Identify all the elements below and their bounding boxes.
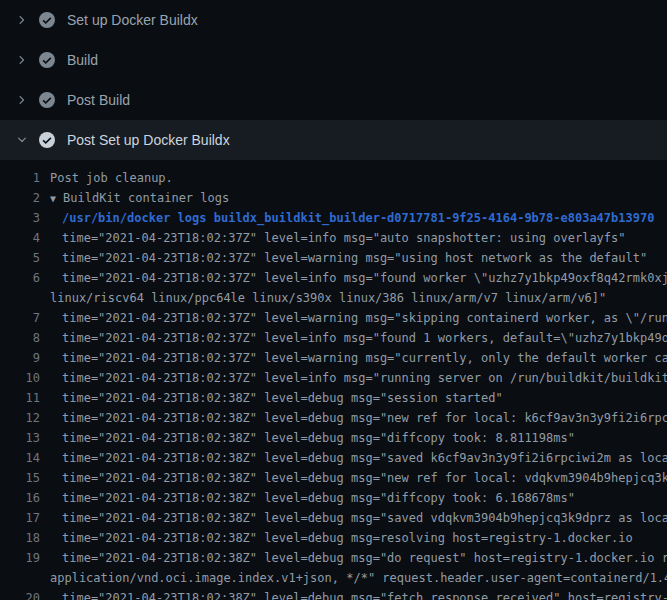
log-line-text: time="2021-04-23T18:02:37Z" level=info m… xyxy=(62,328,667,348)
log-line-text: time="2021-04-23T18:02:38Z" level=debug … xyxy=(62,588,667,600)
log-line: 15time="2021-04-23T18:02:38Z" level=debu… xyxy=(0,468,667,488)
log-line-text: time="2021-04-23T18:02:37Z" level=info m… xyxy=(62,368,667,388)
log-line-number[interactable]: 8 xyxy=(0,328,40,348)
log-line-text: time="2021-04-23T18:02:37Z" level=warnin… xyxy=(62,248,647,268)
log-line-text: time="2021-04-23T18:02:38Z" level=debug … xyxy=(62,388,503,408)
log-line-number[interactable]: 12 xyxy=(0,408,40,428)
log-line-text: application/vnd.oci.image.index.v1+json,… xyxy=(50,568,667,588)
log-line: 4time="2021-04-23T18:02:37Z" level=info … xyxy=(0,228,667,248)
log-line: 9time="2021-04-23T18:02:37Z" level=warni… xyxy=(0,348,667,368)
check-circle-icon xyxy=(39,92,55,108)
log-line-text: time="2021-04-23T18:02:38Z" level=debug … xyxy=(62,468,667,488)
log-line-text: time="2021-04-23T18:02:37Z" level=info m… xyxy=(62,268,667,288)
log-line-number[interactable]: 20 xyxy=(0,588,40,600)
log-line-number[interactable]: 19 xyxy=(0,548,40,568)
log-line-number[interactable]: 4 xyxy=(0,228,40,248)
log-line-number[interactable]: 10 xyxy=(0,368,40,388)
chevron-down-icon xyxy=(16,134,28,146)
log-line-number[interactable]: 6 xyxy=(0,268,40,288)
log-line: 1Post job cleanup. xyxy=(0,168,667,188)
step-header-post-setup-docker-buildx[interactable]: Post Set up Docker Buildx xyxy=(0,120,667,160)
log-line-text: time="2021-04-23T18:02:38Z" level=debug … xyxy=(62,528,633,548)
log-line: 11time="2021-04-23T18:02:38Z" level=debu… xyxy=(0,388,667,408)
log-group-caret-icon[interactable]: ▼ xyxy=(50,189,56,209)
log-line-number[interactable]: 2 xyxy=(0,188,40,208)
log-line-text: time="2021-04-23T18:02:38Z" level=debug … xyxy=(62,488,575,508)
log-line-text: time="2021-04-23T18:02:38Z" level=debug … xyxy=(62,408,667,428)
step-label: Post Build xyxy=(67,92,130,108)
log-line-text: time="2021-04-23T18:02:38Z" level=debug … xyxy=(62,448,667,468)
log-line: 8time="2021-04-23T18:02:37Z" level=info … xyxy=(0,328,667,348)
log-line: 13time="2021-04-23T18:02:38Z" level=debu… xyxy=(0,428,667,448)
log-line-text: time="2021-04-23T18:02:38Z" level=debug … xyxy=(62,428,575,448)
log-line-text: time="2021-04-23T18:02:37Z" level=warnin… xyxy=(62,348,667,368)
log-line: 17time="2021-04-23T18:02:38Z" level=debu… xyxy=(0,508,667,528)
chevron-right-icon xyxy=(16,54,28,66)
log-list: 1Post job cleanup. 2▼BuildKit container … xyxy=(0,160,667,600)
log-line: 10time="2021-04-23T18:02:37Z" level=info… xyxy=(0,368,667,388)
log-line: 18time="2021-04-23T18:02:38Z" level=debu… xyxy=(0,528,667,548)
chevron-right-icon xyxy=(16,94,28,106)
log-line: 19time="2021-04-23T18:02:38Z" level=debu… xyxy=(0,548,667,568)
step-header-setup-docker-buildx[interactable]: Set up Docker Buildx xyxy=(0,0,667,40)
log-line-number[interactable]: 17 xyxy=(0,508,40,528)
log-line-text: time="2021-04-23T18:02:37Z" level=warnin… xyxy=(62,308,667,328)
log-line-number[interactable]: 11 xyxy=(0,388,40,408)
log-line-text: Post job cleanup. xyxy=(50,168,173,188)
check-circle-icon xyxy=(39,132,55,148)
log-line: 16time="2021-04-23T18:02:38Z" level=debu… xyxy=(0,488,667,508)
chevron-right-icon xyxy=(16,14,28,26)
step-header-build[interactable]: Build xyxy=(0,40,667,80)
log-line-text: linux/riscv64 linux/ppc64le linux/s390x … xyxy=(50,288,606,308)
check-circle-icon xyxy=(39,12,55,28)
log-line: 12time="2021-04-23T18:02:38Z" level=debu… xyxy=(0,408,667,428)
log-command-text: /usr/bin/docker logs buildx_buildkit_bui… xyxy=(62,208,654,228)
log-group-title: BuildKit container logs xyxy=(63,188,229,208)
check-circle-icon xyxy=(39,52,55,68)
log-line-number[interactable]: 13 xyxy=(0,428,40,448)
log-line-command: 3/usr/bin/docker logs buildx_buildkit_bu… xyxy=(0,208,667,228)
log-line-number[interactable]: 9 xyxy=(0,348,40,368)
workflow-log-viewer: Set up Docker Buildx Build Post Build Po… xyxy=(0,0,667,600)
log-line-number[interactable]: 3 xyxy=(0,208,40,228)
log-line-number[interactable]: 14 xyxy=(0,448,40,468)
step-header-post-build[interactable]: Post Build xyxy=(0,80,667,120)
log-line: 14time="2021-04-23T18:02:38Z" level=debu… xyxy=(0,448,667,468)
log-line-wrap: application/vnd.oci.image.index.v1+json,… xyxy=(0,568,667,588)
step-label: Build xyxy=(67,52,98,68)
log-line-text: time="2021-04-23T18:02:38Z" level=debug … xyxy=(62,548,667,568)
log-line-group: 2▼BuildKit container logs xyxy=(0,188,667,208)
log-line-text: time="2021-04-23T18:02:38Z" level=debug … xyxy=(62,508,667,528)
log-line-text: time="2021-04-23T18:02:37Z" level=info m… xyxy=(62,228,626,248)
log-line-number[interactable]: 18 xyxy=(0,528,40,548)
log-line-number[interactable]: 16 xyxy=(0,488,40,508)
log-line-number[interactable]: 15 xyxy=(0,468,40,488)
log-line: 7time="2021-04-23T18:02:37Z" level=warni… xyxy=(0,308,667,328)
log-line-wrap: linux/riscv64 linux/ppc64le linux/s390x … xyxy=(0,288,667,308)
log-line: 20time="2021-04-23T18:02:38Z" level=debu… xyxy=(0,588,667,600)
log-line-number[interactable]: 1 xyxy=(0,168,40,188)
log-line-number[interactable]: 5 xyxy=(0,248,40,268)
log-line: 5time="2021-04-23T18:02:37Z" level=warni… xyxy=(0,248,667,268)
step-label: Set up Docker Buildx xyxy=(67,12,198,28)
log-line-number[interactable]: 7 xyxy=(0,308,40,328)
step-label: Post Set up Docker Buildx xyxy=(67,132,230,148)
log-line: 6time="2021-04-23T18:02:37Z" level=info … xyxy=(0,268,667,288)
